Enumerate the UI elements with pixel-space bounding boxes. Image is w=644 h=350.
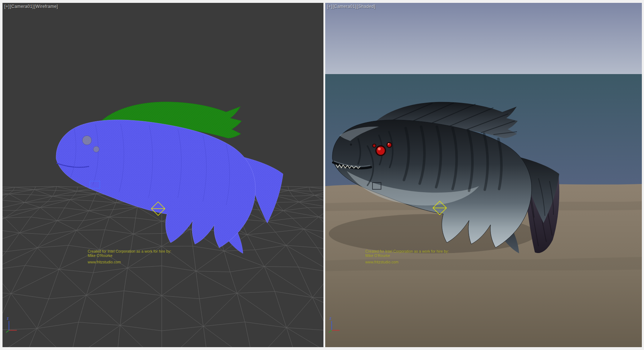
nostril	[350, 144, 352, 146]
axis-tripod-icon: z	[5, 316, 18, 333]
fish-eye-large	[375, 145, 386, 156]
axis-z-label: z	[7, 316, 9, 320]
viewport-shaded[interactable]: [+][Camera01][Shaded] Created for Intel …	[325, 3, 642, 347]
viewport-label-bar: [+][Camera01][Wireframe]	[4, 4, 58, 9]
watermark-line1: Created for Intel Corporation as a work …	[88, 249, 171, 253]
viewport-menu-plus[interactable]: [+]	[4, 4, 10, 9]
sky	[325, 3, 642, 74]
axis-y-line	[329, 330, 332, 332]
watermark: Created for Intel Corporation as a work …	[365, 249, 449, 264]
fish-eye-tiny	[372, 144, 376, 148]
watermark-line2: Mike O'Rourke	[365, 253, 449, 258]
shaded-scene	[325, 3, 642, 347]
viewport-label-bar: [+][Camera01][Shaded]	[327, 4, 376, 9]
axis-tripod: z	[5, 316, 18, 334]
viewport-menu-shading[interactable]: [Wireframe]	[34, 4, 58, 9]
axis-z-label: z	[330, 316, 332, 320]
viewport-menu-shading[interactable]: [Shaded]	[357, 4, 375, 9]
axis-tripod-icon: z	[328, 316, 341, 333]
app-window: [+][Camera01][Wireframe] Created for Int…	[0, 0, 644, 350]
fish-eye-spot-small	[93, 146, 99, 152]
watermark-url: www.fritzstudio.com	[365, 260, 449, 264]
axis-y-line	[6, 330, 9, 332]
watermark-url: www.fritzstudio.com	[88, 260, 171, 264]
watermark-line2: Mike O'Rourke	[88, 253, 171, 258]
axis-tripod: z	[328, 316, 341, 334]
wireframe-scene	[3, 3, 323, 347]
viewport-menu-plus[interactable]: [+]	[327, 4, 332, 9]
viewport-wireframe[interactable]: [+][Camera01][Wireframe] Created for Int…	[3, 3, 323, 347]
fish-eye-small	[386, 142, 392, 148]
watermark-line1: Created for Intel Corporation as a work …	[365, 249, 449, 253]
viewport-menu-camera[interactable]: [Camera01]	[10, 4, 34, 9]
watermark: Created for Intel Corporation as a work …	[88, 249, 171, 264]
fish-eye-spot	[82, 136, 92, 145]
viewport-menu-camera[interactable]: [Camera01]	[333, 4, 357, 9]
